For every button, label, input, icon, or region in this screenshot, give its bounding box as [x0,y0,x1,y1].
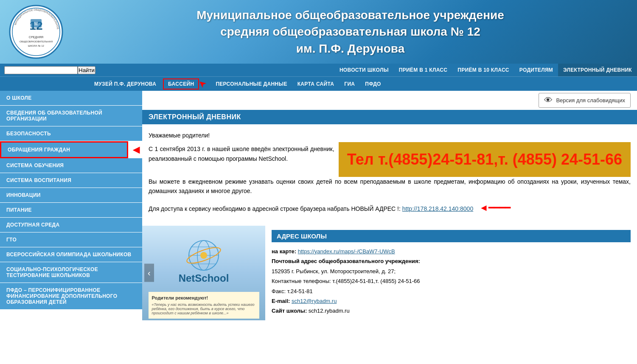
nav-novosti[interactable]: НОВОСТИ ШКОЛЫ [334,64,394,76]
address-email: E-mail: sch12@rybadm.ru [272,296,631,306]
bottom-section: ‹ NetSchool Родители рекомендуют! «Теп [142,226,637,320]
sidebar-item-sistema-obucheniya[interactable]: СИСТЕМА ОБУЧЕНИЯ [0,158,142,173]
svg-text:ОБЩЕОБРАЗОВАТЕЛЬНАЯ: ОБЩЕОБРАЗОВАТЕЛЬНАЯ [20,40,53,43]
navigation: Найти НОВОСТИ ШКОЛЫ ПРИЁМ В 1 КЛАСС ПРИЁ… [0,64,637,91]
email-label: E-mail: [272,298,292,304]
sidebar-item-obrascheniya[interactable]: ОБРАЩЕНИЯ ГРАЖДАН [0,141,128,158]
main-layout: О ШКОЛЕ СВЕДЕНИЯ ОБ ОБРАЗОВАТЕЛЬНОЙ ОРГА… [0,91,637,345]
nav-personal[interactable]: ПЕРСОНАЛЬНЫЕ ДАННЫЕ [210,78,292,90]
nav-links-primary: НОВОСТИ ШКОЛЫ ПРИЁМ В 1 КЛАСС ПРИЁМ В 10… [334,64,637,76]
address-contacts: Контактные телефоны: т.(4855)24-51-81,т.… [272,276,631,286]
para-access-text: Для доступа к сервису необходимо в адрес… [149,205,402,212]
page-header: 12 СРЕДНЯЯ ОБЩЕОБРАЗОВАТЕЛЬНАЯ ШКОЛА № 1… [0,0,637,64]
svg-point-14 [200,252,207,259]
sidebar-item-innovacii[interactable]: ИННОВАЦИИ [0,188,142,203]
title-line2: средняя общеобразовательная школа № 12 [220,25,480,38]
sidebar-item-gto[interactable]: ГТО [0,232,142,247]
site-url: sch12.rybadm.ru [309,308,350,314]
sidebar-item-svedeniya[interactable]: СВЕДЕНИЯ ОБ ОБРАЗОВАТЕЛЬНОЙ ОРГАНИЗАЦИИ [0,106,142,126]
nav-links-secondary: МУЗЕЙ П.Ф. ДЕРУНОВА БАССЕЙН ➤ ПЕРСОНАЛЬН… [89,78,386,90]
sidebar: О ШКОЛЕ СВЕДЕНИЯ ОБ ОБРАЗОВАТЕЛЬНОЙ ОРГА… [0,91,142,345]
recommend-quote: «Теперь у нас есть возможность видеть ус… [152,302,256,315]
address-line1: 152935 г. Рыбинск, ул. Моторостроителей,… [272,266,631,276]
sidebar-item-sistema-vospit[interactable]: СИСТЕМА ВОСПИТАНИЯ [0,173,142,188]
vision-button[interactable]: 👁 Версия для слабовидящих [539,93,631,108]
address-map-label: на карте: [272,248,298,255]
sidebar-item-o-shkole[interactable]: О ШКОЛЕ [0,91,142,106]
address-map: на карте: https://yandex.ru/maps/-/CBaW7… [272,246,631,256]
address-title: АДРЕС ШКОЛЫ [272,230,631,242]
para-netschool: С 1 сентября 2013 г. в нашей школе введё… [149,144,334,163]
title-line1: Муниципальное общеобразовательное учрежд… [196,8,504,22]
netschool-logo: NetSchool [179,272,229,284]
address-fax: Факс: т.24-51-81 [272,286,631,296]
nav-priem10[interactable]: ПРИЁМ В 10 КЛАСС [452,64,514,76]
nav-gia[interactable]: ГИА [339,78,360,90]
school-logo: 12 СРЕДНЯЯ ОБЩЕОБРАЗОВАТЕЛЬНАЯ ШКОЛА № 1… [8,4,64,59]
para-greeting: Уважаемые родители! [149,131,631,140]
search-button[interactable]: Найти [78,66,95,74]
section-title: ЭЛЕКТРОННЫЙ ДНЕВНИК [142,110,637,124]
sidebar-item-bezopasnost[interactable]: БЕЗОПАСНОСТЬ [0,126,142,141]
para-access: Для доступа к сервису необходимо в адрес… [149,200,631,215]
svg-text:СРЕДНЯЯ: СРЕДНЯЯ [29,36,43,39]
svg-text:ШКОЛА № 12: ШКОЛА № 12 [28,45,45,47]
phone-number: Тел т.(4855)24-51-81,т. (4855) 24-51-66 [347,151,622,168]
netschool-link[interactable]: http://178.218.42.140:8000 [402,205,473,212]
nav-priem1[interactable]: ПРИЁМ В 1 КЛАСС [394,64,453,76]
sidebar-item-olimpiada[interactable]: ВСЕРОССИЙСКАЯ ОЛИМПИАДА ШКОЛЬНИКОВ [0,247,142,262]
nav-muzey[interactable]: МУЗЕЙ П.Ф. ДЕРУНОВА [89,78,161,90]
recommend-label: Родители рекомендуют! [152,295,256,300]
arrow-link: ◄━━━━ [479,202,511,213]
nav-row-2: МУЗЕЙ П.Ф. ДЕРУНОВА БАССЕЙН ➤ ПЕРСОНАЛЬН… [0,76,637,91]
content-body: Уважаемые родители! С 1 сентября 2013 г.… [142,124,637,226]
content-area: 👁 Версия для слабовидящих ЭЛЕКТРОННЫЙ ДН… [142,91,637,345]
netschool-recommend-box: Родители рекомендуют! «Теперь у нас есть… [149,292,259,319]
arrow-obrascheniya: ◄ [130,143,142,157]
nav-pfdo[interactable]: ПФДО [360,78,386,90]
address-site: Сайт школы: sch12.rybadm.ru [272,306,631,316]
para-daily: Вы можете в ежедневном режиме узнавать о… [149,177,631,196]
nav-bassein[interactable]: БАССЕЙН [163,78,199,90]
carousel-prev-button[interactable]: ‹ [144,264,154,282]
netschool-image: ‹ NetSchool Родители рекомендуют! «Теп [142,226,265,320]
postal-label: Почтовый адрес общеобразовательного учре… [272,258,420,264]
sidebar-item-pitanie[interactable]: ПИТАНИЕ [0,203,142,218]
globe-svg [182,238,225,272]
nav-dnevnik[interactable]: ЭЛЕКТРОННЫЙ ДНЕВНИК [558,64,637,76]
address-map-link[interactable]: https://yandex.ru/maps/-/CBaW7-UWcB [298,248,395,255]
nav-roditelyam[interactable]: РОДИТЕЛЯМ [514,64,558,76]
vision-btn-label: Версия для слабовидящих [556,97,625,104]
search-area: Найти [0,64,100,76]
school-title: Муниципальное общеобразовательное учрежд… [72,7,629,57]
email-link[interactable]: sch12@rybadm.ru [292,298,337,304]
title-line3: им. П.Ф. Дерунова [296,42,404,55]
para2-text: С 1 сентября 2013 г. в нашей школе введё… [149,146,334,162]
nav-karta[interactable]: КАРТА САЙТА [292,78,340,90]
content-top-bar: 👁 Версия для слабовидящих [142,91,637,110]
sidebar-item-pfdo[interactable]: ПФДО – ПЕРСОНИФИЦИРОВАННОЕ ФИНАНСИРОВАНИ… [0,283,142,310]
nav-row-1: Найти НОВОСТИ ШКОЛЫ ПРИЁМ В 1 КЛАСС ПРИЁ… [0,64,637,76]
sidebar-item-psych[interactable]: СОЦИАЛЬНО-ПСИХОЛОГИЧЕСКОЕ ТЕСТИРОВАНИЕ Ш… [0,262,142,283]
address-block: АДРЕС ШКОЛЫ на карте: https://yandex.ru/… [265,226,637,320]
svg-text:М: М [34,22,38,26]
eye-icon: 👁 [544,95,553,105]
address-postal-label: Почтовый адрес общеобразовательного учре… [272,256,631,266]
site-label: Сайт школы: [272,308,309,314]
search-input[interactable] [4,66,78,74]
sidebar-item-dostupnaya[interactable]: ДОСТУПНАЯ СРЕДА [0,218,142,232]
